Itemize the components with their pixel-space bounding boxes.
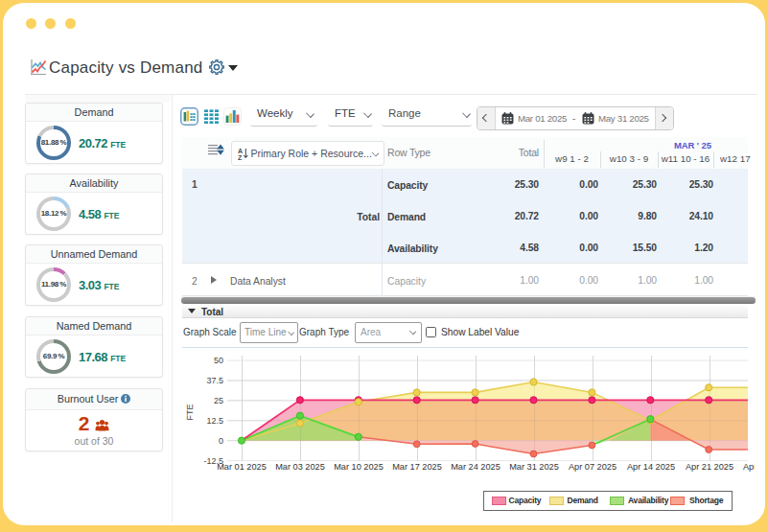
- svg-text:Apr 14 2025: Apr 14 2025: [627, 462, 675, 472]
- svg-text:Mar 03 2025: Mar 03 2025: [275, 462, 325, 472]
- svg-text:Mar 01 2025: Mar 01 2025: [217, 462, 267, 472]
- svg-text:Mar 31 2025: Mar 31 2025: [509, 462, 559, 472]
- svg-text:Apr 28 2025: Apr 28 2025: [743, 462, 755, 472]
- svg-text:Z: Z: [238, 154, 243, 161]
- svg-text:50: 50: [214, 356, 223, 365]
- svg-text:37.5: 37.5: [206, 376, 223, 385]
- svg-text:Apr 07 2025: Apr 07 2025: [569, 462, 617, 472]
- svg-text:A: A: [238, 148, 243, 154]
- svg-text:0: 0: [219, 436, 223, 446]
- svg-text:25: 25: [214, 396, 223, 405]
- svg-text:FTE: FTE: [185, 405, 195, 421]
- svg-text:Mar 17 2025: Mar 17 2025: [392, 462, 442, 472]
- svg-text:Mar 24 2025: Mar 24 2025: [451, 462, 500, 472]
- svg-text:Apr 21 2025: Apr 21 2025: [686, 462, 733, 472]
- svg-text:12.5: 12.5: [206, 416, 223, 426]
- svg-text:Mar 10 2025: Mar 10 2025: [334, 462, 384, 472]
